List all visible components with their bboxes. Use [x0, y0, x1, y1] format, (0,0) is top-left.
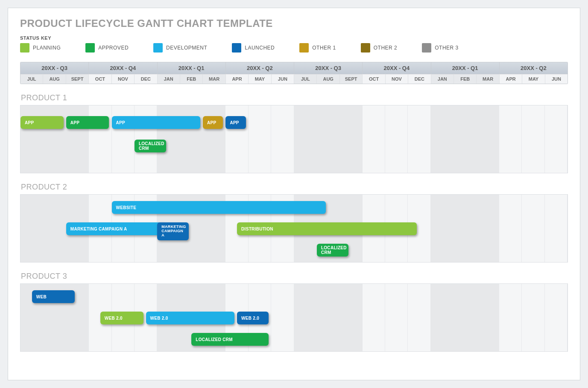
swatch-other1 — [299, 43, 309, 53]
gantt-bar[interactable]: APP — [112, 116, 200, 129]
month-header: AUG — [317, 74, 339, 84]
legend-item-other3: OTHER 3 — [422, 43, 459, 53]
quarter-header: 20XX - Q4 — [89, 62, 157, 74]
legend-item-other1: OTHER 1 — [299, 43, 336, 53]
gantt-bar[interactable]: DISTRIBUTION — [237, 222, 417, 235]
gantt-bar[interactable]: LOCALIZED CRM — [191, 333, 269, 346]
month-header: JUN — [545, 74, 568, 84]
section-title-product1: PRODUCT 1 — [21, 93, 568, 102]
swatch-planning — [20, 43, 29, 53]
quarter-header: 20XX - Q1 — [431, 62, 500, 74]
gantt-bar[interactable]: WEB 2.0 — [100, 312, 143, 324]
page-title: PRODUCT LIFECYCLE GANTT CHART TEMPLATE — [20, 18, 568, 29]
legend-label: PLANNING — [33, 45, 61, 51]
month-header: APR — [226, 74, 249, 84]
month-header: FEB — [180, 74, 203, 84]
legend-label: DEVELOPMENT — [166, 45, 207, 51]
quarter-header: 20XX - Q2 — [226, 62, 294, 74]
quarter-header: 20XX - Q2 — [500, 62, 568, 74]
quarter-header: 20XX - Q3 — [20, 62, 89, 74]
month-header: NOV — [386, 74, 408, 84]
month-header: FEB — [454, 74, 477, 84]
legend-item-planning: PLANNING — [20, 43, 61, 53]
status-legend: PLANNING APPROVED DEVELOPMENT LAUNCHED O… — [20, 43, 568, 53]
section-title-product2: PRODUCT 2 — [21, 183, 568, 192]
gantt-bar[interactable]: APP — [225, 116, 246, 129]
quarter-header: 20XX - Q1 — [158, 62, 226, 74]
month-header: OCT — [363, 74, 385, 84]
legend-item-other2: OTHER 2 — [361, 43, 398, 53]
legend-label: OTHER 1 — [312, 45, 336, 51]
gantt-bar[interactable]: WEB 2.0 — [146, 312, 234, 324]
gantt-bar[interactable]: LOCALIZED CRM — [317, 244, 348, 257]
legend-item-approved: APPROVED — [85, 43, 129, 53]
gantt-bar[interactable]: LOCALIZED CRM — [135, 140, 166, 152]
month-header: JAN — [158, 74, 180, 84]
gantt-lane-product1: APPAPPAPPAPPAPPLOCALIZED CRM — [20, 105, 568, 173]
legend-label: OTHER 2 — [374, 45, 398, 51]
month-header: MAY — [249, 74, 271, 84]
gantt-bar[interactable]: APP — [20, 116, 64, 129]
month-header: MAR — [477, 74, 499, 84]
legend-label: APPROVED — [98, 45, 129, 51]
legend-item-launched: LAUNCHED — [232, 43, 275, 53]
month-header: NOV — [112, 74, 135, 84]
quarter-header: 20XX - Q3 — [294, 62, 363, 74]
status-key-label: STATUS KEY — [20, 35, 568, 41]
month-header: MAR — [203, 74, 225, 84]
month-header: SEPT — [340, 74, 363, 84]
legend-item-development: DEVELOPMENT — [153, 43, 207, 53]
month-header: OCT — [89, 74, 111, 84]
section-title-product3: PRODUCT 3 — [21, 272, 568, 281]
month-header: DEC — [135, 74, 157, 84]
quarter-header: 20XX - Q4 — [363, 62, 431, 74]
month-header: AUG — [43, 74, 66, 84]
month-header: JAN — [431, 74, 454, 84]
month-header: MAY — [522, 74, 545, 84]
gantt-bar[interactable]: WEB — [32, 290, 75, 303]
gantt-bar[interactable]: APP — [66, 116, 109, 129]
gantt-bar[interactable]: WEB 2.0 — [237, 312, 269, 324]
month-header: DEC — [408, 74, 431, 84]
swatch-other3 — [422, 43, 431, 53]
month-header: SEPT — [66, 74, 89, 84]
gantt-bar[interactable]: APP — [203, 116, 223, 129]
swatch-approved — [85, 43, 95, 53]
month-header: JUL — [294, 74, 317, 84]
legend-label: LAUNCHED — [245, 45, 275, 51]
gantt-bar[interactable]: MARKETING CAMPAIGN A — [157, 222, 189, 240]
swatch-development — [153, 43, 163, 53]
swatch-other2 — [361, 43, 370, 53]
month-header: JUN — [272, 74, 294, 84]
gantt-lane-product2: WEBSITEMARKETING CAMPAIGN AMARKETING CAM… — [20, 194, 568, 263]
swatch-launched — [232, 43, 241, 53]
month-header: JUL — [20, 74, 43, 84]
legend-label: OTHER 3 — [435, 45, 459, 51]
gantt-lane-product3: WEBWEB 2.0WEB 2.0WEB 2.0LOCALIZED CRM — [20, 283, 568, 352]
timeline-header: 20XX - Q320XX - Q420XX - Q120XX - Q220XX… — [20, 62, 568, 84]
month-header: APR — [500, 74, 522, 84]
gantt-bar[interactable]: MARKETING CAMPAIGN A — [66, 222, 166, 235]
gantt-bar[interactable]: WEBSITE — [112, 201, 326, 214]
